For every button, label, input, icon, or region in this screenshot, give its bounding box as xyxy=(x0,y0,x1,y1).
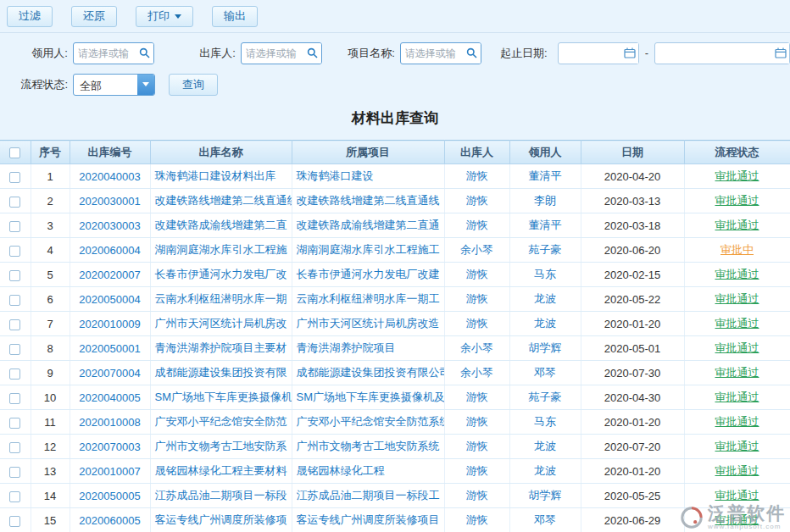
project-link[interactable]: 云南水利枢纽潜明水库一期工 xyxy=(292,287,444,312)
project-link[interactable]: 广州市文物考古工地安防系统 xyxy=(292,435,444,459)
outbound-name-link[interactable]: 珠海鹤港口建设材料出库 xyxy=(150,164,292,189)
print-button[interactable]: 打印 xyxy=(136,6,193,27)
project-link[interactable]: 长春市伊通河水力发电厂改建 xyxy=(292,263,444,287)
status-link[interactable]: 审批通过 xyxy=(684,361,790,385)
status-link[interactable]: 审批通过 xyxy=(684,410,790,435)
recipient-search-button[interactable] xyxy=(136,43,153,64)
status-link[interactable]: 审批通过 xyxy=(684,287,790,312)
recipient-link[interactable]: 马东 xyxy=(509,263,581,287)
outbound-code-link[interactable]: 2020050001 xyxy=(70,336,150,361)
row-checkbox[interactable] xyxy=(9,442,20,453)
start-date-input[interactable] xyxy=(559,47,621,59)
outbound-code-link[interactable]: 2020020007 xyxy=(70,263,150,287)
recipient-link[interactable]: 邓琴 xyxy=(509,361,581,385)
issuer-link[interactable]: 余小琴 xyxy=(444,361,509,385)
issuer-link[interactable]: 游恢 xyxy=(444,484,509,508)
status-link[interactable]: 审批通过 xyxy=(684,385,790,410)
project-link[interactable]: 广州市天河区统计局机房改造 xyxy=(292,312,444,336)
outbound-code-link[interactable]: 2020010008 xyxy=(70,410,150,435)
project-link[interactable]: 湖南洞庭湖水库引水工程施工 xyxy=(292,238,444,263)
recipient-link[interactable]: 董清平 xyxy=(509,213,581,238)
recipient-link[interactable]: 苑子豪 xyxy=(509,385,581,410)
recipient-link[interactable]: 董清平 xyxy=(509,164,581,189)
row-checkbox[interactable] xyxy=(9,491,20,502)
row-checkbox[interactable] xyxy=(9,221,20,232)
recipient-link[interactable]: 龙波 xyxy=(509,459,581,484)
row-checkbox[interactable] xyxy=(9,344,20,355)
outbound-name-link[interactable]: 客运专线广州调度所装修项 xyxy=(150,508,292,532)
outbound-name-link[interactable]: 改建铁路成渝线增建第二直 xyxy=(150,213,292,238)
outbound-name-link[interactable]: 长春市伊通河水力发电厂改 xyxy=(150,263,292,287)
project-link[interactable]: 改建铁路线增建第二线直通线 xyxy=(292,189,444,213)
status-link[interactable]: 审批通过 xyxy=(684,164,790,189)
outbound-name-link[interactable]: 晟铭园林绿化工程主要材料 xyxy=(150,459,292,484)
outbound-name-link[interactable]: 青海洪湖养护院项目主要材 xyxy=(150,336,292,361)
recipient-input[interactable] xyxy=(74,47,136,59)
recipient-link[interactable]: 胡学辉 xyxy=(509,336,581,361)
outbound-code-link[interactable]: 2020060004 xyxy=(70,238,150,263)
row-checkbox[interactable] xyxy=(9,516,20,527)
restore-button[interactable]: 还原 xyxy=(71,6,117,27)
status-link[interactable]: 审批通过 xyxy=(684,508,790,532)
issuer-link[interactable]: 游恢 xyxy=(444,263,509,287)
outbound-code-link[interactable]: 2020060005 xyxy=(70,508,150,532)
issuer-link[interactable]: 游恢 xyxy=(444,435,509,459)
status-link[interactable]: 审批通过 xyxy=(684,263,790,287)
issuer-search-button[interactable] xyxy=(304,43,321,64)
filter-button[interactable]: 过滤 xyxy=(7,6,53,27)
outbound-code-link[interactable]: 2020040005 xyxy=(70,385,150,410)
project-link[interactable]: 珠海鹤港口建设 xyxy=(292,164,444,189)
outbound-code-link[interactable]: 2020050005 xyxy=(70,484,150,508)
outbound-name-link[interactable]: 广州市文物考古工地安防系 xyxy=(150,435,292,459)
issuer-link[interactable]: 游恢 xyxy=(444,312,509,336)
project-link[interactable]: 青海洪湖养护院项目 xyxy=(292,336,444,361)
outbound-code-link[interactable]: 2020010009 xyxy=(70,312,150,336)
recipient-link[interactable]: 李朗 xyxy=(509,189,581,213)
outbound-code-link[interactable]: 2020070003 xyxy=(70,435,150,459)
issuer-link[interactable]: 游恢 xyxy=(444,385,509,410)
outbound-name-link[interactable]: 云南水利枢纽潜明水库一期 xyxy=(150,287,292,312)
project-search-button[interactable] xyxy=(464,43,481,64)
row-checkbox[interactable] xyxy=(9,295,20,306)
row-checkbox[interactable] xyxy=(9,172,20,183)
recipient-link[interactable]: 马东 xyxy=(509,410,581,435)
project-link[interactable]: 广安邓小平纪念馆安全防范系统 xyxy=(292,410,444,435)
chevron-down-icon[interactable] xyxy=(137,75,154,95)
query-button[interactable]: 查询 xyxy=(169,74,218,96)
outbound-name-link[interactable]: 湖南洞庭湖水库引水工程施 xyxy=(150,238,292,263)
row-checkbox[interactable] xyxy=(9,393,20,404)
recipient-link[interactable]: 龙波 xyxy=(509,435,581,459)
project-link[interactable]: 客运专线广州调度所装修项目 xyxy=(292,508,444,532)
outbound-name-link[interactable]: SM广场地下车库更换摄像机 xyxy=(150,385,292,410)
row-checkbox[interactable] xyxy=(9,418,20,429)
issuer-link[interactable]: 余小琴 xyxy=(444,238,509,263)
issuer-link[interactable]: 余小琴 xyxy=(444,336,509,361)
outbound-name-link[interactable]: 江苏成品油二期项目一标段 xyxy=(150,484,292,508)
status-link[interactable]: 审批通过 xyxy=(684,484,790,508)
row-checkbox[interactable] xyxy=(9,197,20,208)
status-link[interactable]: 审批通过 xyxy=(684,459,790,484)
recipient-link[interactable]: 邓琴 xyxy=(509,508,581,532)
outbound-code-link[interactable]: 2020010007 xyxy=(70,459,150,484)
recipient-link[interactable]: 胡学辉 xyxy=(509,484,581,508)
issuer-input[interactable] xyxy=(242,47,304,59)
outbound-code-link[interactable]: 2020070004 xyxy=(70,361,150,385)
issuer-link[interactable]: 游恢 xyxy=(444,213,509,238)
issuer-link[interactable]: 游恢 xyxy=(444,287,509,312)
end-date-calendar-button[interactable] xyxy=(772,43,789,64)
project-link[interactable]: 江苏成品油二期项目一标段工 xyxy=(292,484,444,508)
issuer-link[interactable]: 游恢 xyxy=(444,189,509,213)
recipient-link[interactable]: 龙波 xyxy=(509,287,581,312)
project-link[interactable]: 成都能源建设集团投资有限公司 xyxy=(292,361,444,385)
outbound-name-link[interactable]: 广安邓小平纪念馆安全防范 xyxy=(150,410,292,435)
outbound-code-link[interactable]: 2020030001 xyxy=(70,189,150,213)
project-link[interactable]: 改建铁路成渝线增建第二直通 xyxy=(292,213,444,238)
outbound-code-link[interactable]: 2020030003 xyxy=(70,213,150,238)
outbound-name-link[interactable]: 广州市天河区统计局机房改 xyxy=(150,312,292,336)
issuer-link[interactable]: 游恢 xyxy=(444,508,509,532)
row-checkbox[interactable] xyxy=(9,246,20,257)
status-select[interactable]: 全部 xyxy=(73,74,155,96)
status-link[interactable]: 审批通过 xyxy=(684,435,790,459)
status-link[interactable]: 审批通过 xyxy=(684,213,790,238)
issuer-link[interactable]: 游恢 xyxy=(444,164,509,189)
